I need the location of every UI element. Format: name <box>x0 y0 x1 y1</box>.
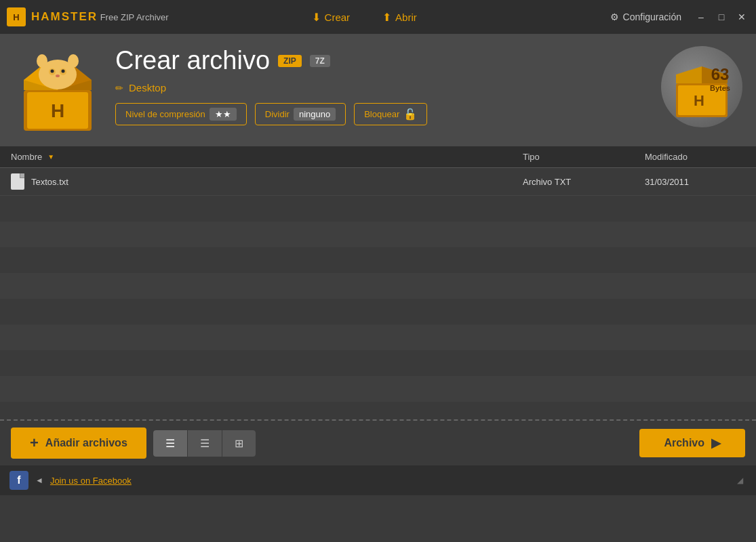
file-name-cell: Textos.txt <box>0 173 512 190</box>
app-title: HAMSTER Free ZIP Archiver <box>31 10 169 24</box>
logo-box: H <box>7 7 26 26</box>
crear-label: Crear <box>325 12 351 23</box>
path-text[interactable]: Desktop <box>129 82 166 93</box>
sort-arrow-icon[interactable]: ▼ <box>47 153 54 161</box>
view-compact-button[interactable]: ☰ <box>188 430 222 457</box>
file-table: Nombre ▼ Tipo Modificado Textos.txt Arch… <box>0 146 756 419</box>
compression-label: Nivel de compresión <box>125 109 205 119</box>
svg-point-10 <box>51 70 54 73</box>
resize-handle[interactable]: ◢ <box>737 476 747 485</box>
app-logo: H HAMSTER Free ZIP Archiver <box>7 7 169 26</box>
facebook-icon: f <box>9 471 28 490</box>
footer: f ◄ Join us on Facebook ◢ <box>0 465 756 495</box>
minimize-button[interactable]: – <box>694 9 709 24</box>
header-area: H Crear archivo ZIP <box>0 34 756 146</box>
table-header: Nombre ▼ Tipo Modificado <box>0 146 756 168</box>
abrir-label: Abrir <box>395 12 417 23</box>
close-button[interactable]: ✕ <box>734 9 749 24</box>
svg-point-11 <box>62 70 65 73</box>
archive-button[interactable]: Archivo ▶ <box>639 429 745 457</box>
lock-label: Bloquear <box>364 109 399 119</box>
col-modified-header: Modificado <box>634 152 756 162</box>
detail-view-icon: ⊞ <box>235 438 243 449</box>
facebook-letter: f <box>17 474 20 486</box>
zip-badge[interactable]: ZIP <box>278 55 302 67</box>
hamster-mascot: H <box>14 46 102 134</box>
facebook-link[interactable]: Join us on Facebook <box>50 476 132 486</box>
title-tabs: ⬇ Crear ⬆ Abrir <box>296 5 433 29</box>
crear-download-icon: ⬇ <box>312 11 321 24</box>
compact-view-icon: ☰ <box>200 438 210 449</box>
header-content: Crear archivo ZIP 7Z ✏ Desktop Nivel de … <box>115 46 648 125</box>
col-name-label: Nombre <box>11 152 42 162</box>
right-logo-circle: H 63 Bytes <box>661 46 742 127</box>
split-label: Dividir <box>265 109 290 119</box>
view-detail-button[interactable]: ⊞ <box>222 430 256 457</box>
file-modified-cell: 31/03/2011 <box>634 177 756 187</box>
compression-value: ★★ <box>210 108 237 121</box>
path-row: ✏ Desktop <box>115 82 648 93</box>
page-title: Crear archivo ZIP 7Z <box>115 46 648 75</box>
file-icon <box>11 173 24 190</box>
add-files-label: Añadir archivos <box>45 437 127 449</box>
pencil-icon: ✏ <box>115 83 123 93</box>
split-button[interactable]: Dividir ninguno <box>255 103 346 125</box>
config-button[interactable]: ⚙ Configuración <box>603 9 688 25</box>
gear-icon: ⚙ <box>610 12 619 22</box>
view-buttons: ☰ ☰ ⊞ <box>153 430 256 457</box>
abrir-upload-icon: ⬆ <box>382 11 391 24</box>
svg-point-13 <box>37 54 47 68</box>
svg-marker-18 <box>676 66 702 83</box>
svg-text:H: H <box>51 100 64 121</box>
archive-label: Archivo <box>664 437 704 449</box>
list-view-icon: ☰ <box>165 438 175 449</box>
bottom-toolbar: + Añadir archivos ☰ ☰ ⊞ Archivo ▶ <box>0 421 756 465</box>
window-controls: ⚙ Configuración – □ ✕ <box>603 9 749 25</box>
lock-icon: 🔓 <box>403 108 417 121</box>
crear-tab[interactable]: ⬇ Crear <box>296 5 367 29</box>
file-type-cell: Archivo TXT <box>512 177 634 187</box>
svg-point-12 <box>56 75 60 77</box>
file-name: Textos.txt <box>31 177 68 187</box>
col-name-header: Nombre ▼ <box>0 152 512 162</box>
add-files-button[interactable]: + Añadir archivos <box>11 428 146 459</box>
abrir-tab[interactable]: ⬆ Abrir <box>366 5 433 29</box>
view-list-button[interactable]: ☰ <box>153 430 188 457</box>
maximize-button[interactable]: □ <box>714 9 729 24</box>
7z-badge[interactable]: 7Z <box>310 55 330 67</box>
table-row[interactable]: Textos.txt Archivo TXT 31/03/2011 <box>0 168 756 196</box>
size-unit: Bytes <box>710 84 730 92</box>
compression-button[interactable]: Nivel de compresión ★★ <box>115 103 247 125</box>
config-label: Configuración <box>623 12 681 22</box>
size-display: 63 Bytes <box>710 65 730 92</box>
facebook-arrow-icon: ◄ <box>35 476 43 485</box>
svg-text:H: H <box>694 92 704 109</box>
arrow-right-icon: ▶ <box>711 436 721 451</box>
plus-icon: + <box>30 434 39 452</box>
title-text: Crear archivo <box>115 46 270 75</box>
split-value: ninguno <box>294 108 336 121</box>
svg-point-14 <box>68 54 79 68</box>
lock-button[interactable]: Bloquear 🔓 <box>354 103 427 125</box>
title-bar: H HAMSTER Free ZIP Archiver ⬇ Crear ⬆ Ab… <box>0 0 756 34</box>
table-body: Textos.txt Archivo TXT 31/03/2011 <box>0 168 756 196</box>
col-type-header: Tipo <box>512 152 634 162</box>
empty-rows <box>0 196 756 419</box>
size-number: 63 <box>710 65 730 84</box>
options-row: Nivel de compresión ★★ Dividir ninguno B… <box>115 103 648 125</box>
